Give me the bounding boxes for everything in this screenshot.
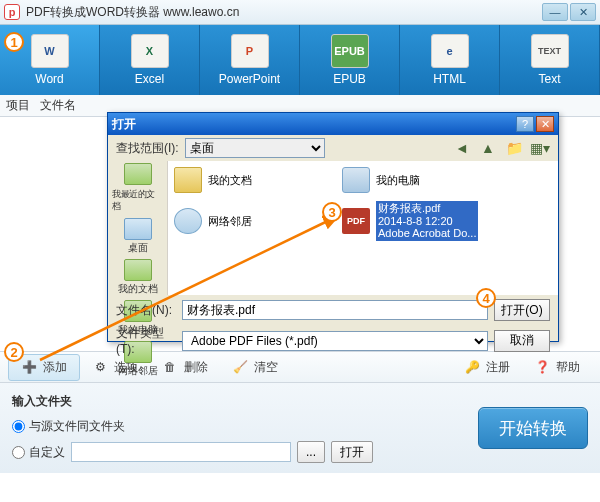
network-icon bbox=[174, 208, 202, 234]
place-mydocs[interactable]: 我的文档 bbox=[118, 259, 158, 296]
dialog-title: 打开 bbox=[112, 116, 514, 133]
filename-input[interactable] bbox=[182, 300, 488, 320]
annotation-4: 4 bbox=[476, 288, 496, 308]
annotation-3: 3 bbox=[322, 202, 342, 222]
tab-label: Word bbox=[35, 72, 63, 86]
epub-icon: EPUB bbox=[331, 34, 369, 68]
folder-icon bbox=[174, 167, 202, 193]
dialog-close-button[interactable]: ✕ bbox=[536, 116, 554, 132]
browse-button[interactable]: ... bbox=[297, 441, 325, 463]
format-tabs: W Word X Excel P PowerPoint EPUB EPUB e … bbox=[0, 25, 600, 95]
start-convert-button[interactable]: 开始转换 bbox=[478, 407, 588, 449]
window-title: PDF转换成WORD转换器 www.leawo.cn bbox=[26, 4, 542, 21]
file-mydocs[interactable]: 我的文档 bbox=[174, 167, 324, 193]
filetype-select[interactable]: Adobe PDF Files (*.pdf) bbox=[182, 331, 488, 351]
open-folder-button[interactable]: 打开 bbox=[331, 441, 373, 463]
new-folder-icon[interactable]: 📁 bbox=[504, 138, 524, 158]
close-button[interactable]: ✕ bbox=[570, 3, 596, 21]
dialog-cancel-button[interactable]: 取消 bbox=[494, 330, 550, 352]
word-icon: W bbox=[31, 34, 69, 68]
file-mycomp[interactable]: 我的电脑 bbox=[342, 167, 492, 193]
back-icon[interactable]: ◄ bbox=[452, 138, 472, 158]
place-desktop[interactable]: 桌面 bbox=[124, 218, 152, 255]
broom-icon: 🧹 bbox=[232, 359, 248, 375]
file-network[interactable]: 网络邻居 bbox=[174, 201, 324, 241]
html-icon: e bbox=[431, 34, 469, 68]
tab-label: PowerPoint bbox=[219, 72, 280, 86]
title-bar: p PDF转换成WORD转换器 www.leawo.cn — ✕ bbox=[0, 0, 600, 25]
col-filename: 文件名 bbox=[40, 97, 76, 114]
dialog-help-button[interactable]: ? bbox=[516, 116, 534, 132]
up-icon[interactable]: ▲ bbox=[478, 138, 498, 158]
file-open-dialog: 打开 ? ✕ 查找范围(I): 桌面 ◄ ▲ 📁 ▦▾ 我最近的文档 桌面 我的… bbox=[107, 112, 559, 342]
radio-custom-input[interactable] bbox=[12, 446, 25, 459]
excel-icon: X bbox=[131, 34, 169, 68]
dialog-open-button[interactable]: 打开(O) bbox=[494, 299, 550, 321]
help-icon: ❓ bbox=[534, 359, 550, 375]
key-icon: 🔑 bbox=[464, 359, 480, 375]
output-title: 输入文件夹 bbox=[12, 393, 373, 410]
powerpoint-icon: P bbox=[231, 34, 269, 68]
tab-epub[interactable]: EPUB EPUB bbox=[300, 25, 400, 95]
pdf-icon: PDF bbox=[342, 208, 370, 234]
dialog-toolbar: 查找范围(I): 桌面 ◄ ▲ 📁 ▦▾ bbox=[108, 135, 558, 161]
places-sidebar: 我最近的文档 桌面 我的文档 我的电脑 网络邻居 bbox=[108, 161, 168, 295]
filetype-label: 文件类型(T): bbox=[116, 325, 176, 356]
tab-html[interactable]: e HTML bbox=[400, 25, 500, 95]
text-icon: TEXT bbox=[531, 34, 569, 68]
place-recent[interactable]: 我最近的文档 bbox=[108, 163, 167, 214]
tab-label: Text bbox=[538, 72, 560, 86]
tab-label: HTML bbox=[433, 72, 466, 86]
add-icon: ➕ bbox=[21, 359, 37, 375]
annotation-1: 1 bbox=[4, 32, 24, 52]
output-panel: 输入文件夹 与源文件同文件夹 自定义 ... 打开 开始转换 bbox=[0, 383, 600, 473]
look-in-label: 查找范围(I): bbox=[116, 140, 179, 157]
minimize-button[interactable]: — bbox=[542, 3, 568, 21]
annotation-2: 2 bbox=[4, 342, 24, 362]
views-icon[interactable]: ▦▾ bbox=[530, 138, 550, 158]
trash-icon: 🗑 bbox=[162, 359, 178, 375]
file-selected-pdf[interactable]: PDF 财务报表.pdf 2014-8-8 12:20 Adobe Acroba… bbox=[342, 201, 492, 241]
tab-label: Excel bbox=[135, 72, 164, 86]
gear-icon: ⚙ bbox=[92, 359, 108, 375]
tab-label: EPUB bbox=[333, 72, 366, 86]
output-path-input[interactable] bbox=[71, 442, 291, 462]
radio-custom[interactable]: 自定义 bbox=[12, 444, 65, 461]
tab-text[interactable]: TEXT Text bbox=[500, 25, 600, 95]
computer-icon bbox=[342, 167, 370, 193]
radio-same-folder[interactable]: 与源文件同文件夹 bbox=[12, 418, 373, 435]
file-list[interactable]: 我的文档 我的电脑 网络邻居 PDF 财务报表.pdf 2014-8-8 12:… bbox=[168, 161, 558, 295]
app-logo-icon: p bbox=[4, 4, 20, 20]
radio-same-folder-input[interactable] bbox=[12, 420, 25, 433]
dialog-title-bar: 打开 ? ✕ bbox=[108, 113, 558, 135]
filename-label: 文件名(N): bbox=[116, 302, 176, 319]
tab-powerpoint[interactable]: P PowerPoint bbox=[200, 25, 300, 95]
tab-excel[interactable]: X Excel bbox=[100, 25, 200, 95]
col-index: 项目 bbox=[6, 97, 30, 114]
look-in-select[interactable]: 桌面 bbox=[185, 138, 325, 158]
